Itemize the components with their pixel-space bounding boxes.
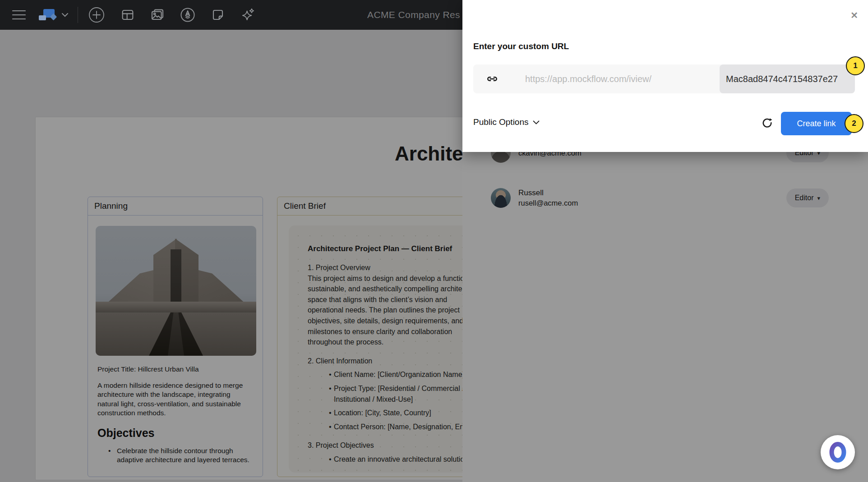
custom-url-input[interactable] [720, 64, 855, 93]
app-window: ACME Company Res Architec Planning Proje… [0, 0, 868, 482]
app-logo[interactable] [37, 8, 69, 22]
link-icon [486, 73, 498, 85]
url-base-placeholder: https://app.mockflow.com/iview/ [525, 74, 651, 84]
dialog-title: Enter your custom URL [473, 41, 569, 51]
pen-tool-icon[interactable] [180, 7, 195, 23]
hamburger-menu-icon[interactable] [10, 6, 28, 24]
layout-template-icon[interactable] [120, 8, 135, 22]
public-options-button[interactable]: Public Options [473, 117, 540, 127]
toolbar-tools [88, 6, 256, 23]
assistant-o-logo [827, 440, 849, 465]
project-title: ACME Company Res [367, 0, 460, 30]
chevron-down-icon [533, 120, 540, 124]
custom-url-field[interactable]: https://app.mockflow.com/iview/ [473, 64, 855, 93]
ai-sparkles-icon[interactable] [240, 7, 256, 23]
add-element-icon[interactable] [88, 6, 105, 23]
chevron-down-icon [61, 13, 69, 17]
image-icon[interactable] [150, 8, 165, 22]
sticky-note-icon[interactable] [211, 8, 225, 22]
annotation-badge-1: 1 [846, 56, 865, 75]
refresh-icon[interactable] [760, 116, 776, 132]
assistant-widget-button[interactable] [821, 435, 855, 469]
create-link-button[interactable]: Create link [781, 112, 852, 135]
close-icon[interactable]: ✕ [850, 10, 858, 21]
toolbar-divider [78, 7, 78, 23]
annotation-badge-2: 2 [845, 114, 863, 133]
custom-url-dialog: ✕ Enter your custom URL https://app.mock… [462, 0, 868, 152]
